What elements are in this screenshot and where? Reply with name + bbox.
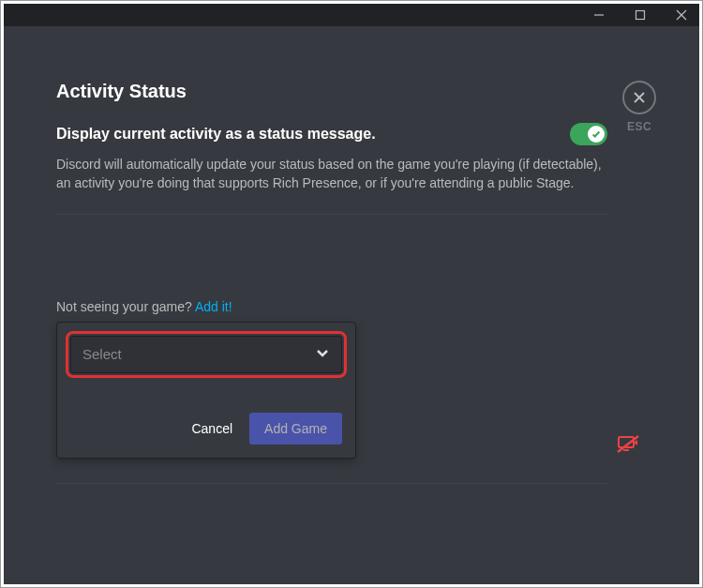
add-game-button[interactable]: Add Game <box>249 413 342 445</box>
divider <box>56 214 607 215</box>
maximize-button[interactable] <box>628 5 652 25</box>
game-select-dropdown[interactable]: Select <box>70 336 342 373</box>
svg-rect-7 <box>623 449 629 451</box>
not-seeing-prompt: Not seeing your game? Add it! <box>56 299 647 314</box>
close-window-button[interactable] <box>669 5 694 25</box>
titlebar <box>4 4 699 26</box>
prompt-text: Not seeing your game? <box>56 299 195 314</box>
app-window: ESC Activity Status Display current acti… <box>4 4 699 584</box>
activity-status-toggle[interactable] <box>570 123 607 145</box>
toggle-knob <box>588 126 605 143</box>
svg-rect-1 <box>636 11 645 20</box>
setting-label: Display current activity as a status mes… <box>56 126 376 143</box>
settings-content: ESC Activity Status Display current acti… <box>4 26 699 584</box>
close-settings-button[interactable] <box>622 81 656 114</box>
esc-label: ESC <box>627 120 651 133</box>
cancel-button[interactable]: Cancel <box>191 421 232 436</box>
add-it-link[interactable]: Add it! <box>195 299 232 314</box>
minimize-button[interactable] <box>587 5 611 25</box>
page-title: Activity Status <box>56 81 647 102</box>
divider <box>56 483 607 484</box>
setting-description: Discord will automatically update your s… <box>56 155 607 193</box>
add-game-popup: Select Cancel Add Game <box>56 322 356 459</box>
screenshare-disabled-icon <box>617 435 639 454</box>
select-placeholder: Select <box>82 346 122 362</box>
chevron-down-icon <box>315 345 330 363</box>
